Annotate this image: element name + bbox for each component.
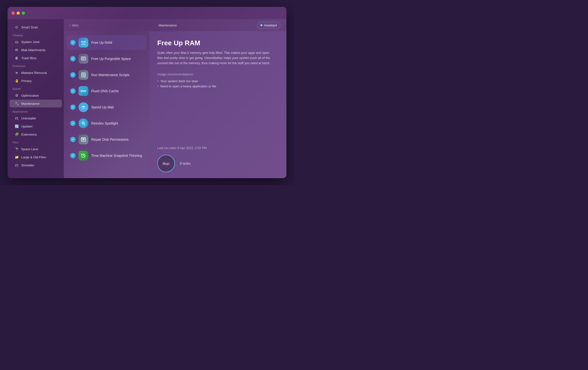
back-arrow-icon[interactable]: ‹ [70,23,71,27]
sidebar-item-uninstaller[interactable]: 🗃 Uninstaller [10,114,62,122]
ram-icon: RAM |||||||| [79,38,88,47]
sidebar-privacy-label: Privacy [21,79,32,83]
sidebar-trash-bins-label: Trash Bins [21,56,36,60]
sidebar-malware-removal-label: Malware Removal [21,71,47,75]
content-header: ‹ Intro Maintenance Assistant [64,19,286,31]
free-up-purgeable-icon-wrapper [79,54,88,64]
sidebar-item-mail-attachments[interactable]: ✉ Mail Attachments [10,46,62,54]
sidebar-updater-label: Updater [21,125,33,128]
time-machine-icon [79,151,88,161]
svg-point-16 [83,139,84,140]
sidebar-section-files: Files [8,139,64,145]
task-check-free-up-ram [70,40,76,45]
reindex-spotlight-icon-wrapper [79,118,88,128]
malware-removal-icon: ☣ [14,70,19,75]
optimization-icon: ⚙ [14,93,19,98]
task-check-flush-dns-cache [70,88,76,94]
task-check-run-maintenance-scripts [70,72,76,78]
sidebar-item-updater[interactable]: 🔄 Updater [10,122,62,130]
traffic-lights [11,12,25,15]
task-label-reindex-spotlight: Reindex Spotlight [91,121,118,125]
run-maintenance-scripts-icon-wrapper [79,70,88,80]
sidebar-section-protection: Protection [8,62,64,69]
dns-icon: DNS [79,86,88,96]
sidebar-section-speed: Speed [8,85,64,91]
sidebar-item-system-junk[interactable]: 🗂 System Junk [10,38,62,46]
task-item-reindex-spotlight[interactable]: Reindex Spotlight [67,116,147,131]
privacy-icon: 🤚 [14,79,19,83]
close-button[interactable] [11,12,15,15]
breadcrumb: ‹ Intro [70,23,79,27]
assistant-dot-icon [260,24,262,26]
svg-point-8 [84,76,85,76]
task-item-speed-up-mail[interactable]: Speed Up Mail [67,100,147,115]
task-item-repair-disk-permissions[interactable]: Repair Disk Permissions [67,132,147,147]
purgeable-icon [79,54,88,64]
sidebar-optimization-label: Optimization [21,94,39,97]
usage-list: Your system feels too slow Need to open … [157,79,279,89]
system-junk-icon: 🗂 [14,40,19,44]
sidebar-item-maintenance[interactable]: 🔧 Maintenance [10,100,62,107]
task-check-speed-up-mail [70,104,76,110]
sidebar-maintenance-label: Maintenance [21,102,39,105]
sidebar-item-malware-removal[interactable]: ☣ Malware Removal [10,69,62,77]
time-machine-snapshot-icon-wrapper [79,151,88,161]
page-title: Maintenance [158,23,177,27]
svg-point-11 [80,120,87,127]
free-up-ram-icon-wrapper: RAM |||||||| [79,38,88,47]
space-lens-icon: 🔭 [14,147,19,151]
spotlight-icon [79,118,88,128]
sidebar-section-cleanup: Cleanup [8,31,64,38]
smart-scan-icon: ⊙ [14,25,19,29]
sidebar-item-trash-bins[interactable]: 🗑 Trash Bins [10,54,62,62]
maximize-button[interactable] [22,12,25,15]
speed-up-mail-icon-wrapper [79,102,88,112]
svg-rect-4 [81,73,85,77]
content-area: ‹ Intro Maintenance Assistant [64,19,286,178]
task-label-flush-dns-cache: Flush DNS Cache [91,89,119,93]
task-label-free-up-ram: Free Up RAM [91,41,112,45]
task-item-free-up-ram[interactable]: RAM |||||||| Free Up RAM [67,35,147,50]
large-old-files-icon: 📁 [14,155,19,159]
detail-description: Quite often your Mac's memory gets fully… [157,50,275,66]
task-item-run-maintenance-scripts[interactable]: Run Maintenance Scripts [67,68,147,82]
task-label-run-maintenance-scripts: Run Maintenance Scripts [91,73,129,77]
usage-recommendations-label: Usage recommendations: [157,72,279,76]
sidebar-section-applications: Applications [8,108,64,114]
sidebar-shredder-label: Shredder [21,163,34,167]
breadcrumb-back-label[interactable]: Intro [72,23,79,27]
task-label-free-up-purgeable: Free Up Purgeable Space [91,57,131,61]
run-button[interactable]: Run [157,155,175,172]
sidebar-item-smart-scan[interactable]: ⊙ Smart Scan [10,23,62,31]
task-list-pane: RAM |||||||| Free Up RAM [64,31,149,178]
sidebar-large-old-files-label: Large & Old Files [21,155,46,159]
trash-bins-icon: 🗑 [14,56,19,60]
sidebar-item-space-lens[interactable]: 🔭 Space Lens [10,145,62,153]
titlebar [8,7,286,19]
sidebar-system-junk-label: System Junk [21,40,39,44]
detail-pane: Free Up RAM Quite often your Mac's memor… [149,31,286,178]
sidebar-item-large-old-files[interactable]: 📁 Large & Old Files [10,153,62,161]
maintenance-icon: 🔧 [14,101,19,106]
repair-disk-permissions-icon-wrapper [79,135,88,144]
task-item-time-machine-snapshot[interactable]: Time Machine Snapshot Thinning [67,148,147,163]
task-item-flush-dns-cache[interactable]: DNS Flush DNS Cache [67,84,147,98]
sidebar-item-privacy[interactable]: 🤚 Privacy [10,77,62,85]
uninstaller-icon: 🗃 [14,116,19,120]
task-label-speed-up-mail: Speed Up Mail [91,105,114,109]
assistant-button[interactable]: Assistant [257,22,281,29]
usage-item-1: Your system feels too slow [157,79,279,84]
task-label-time-machine-snapshot: Time Machine Snapshot Thinning [91,154,142,158]
run-row: Run 8 tasks [157,155,279,172]
scripts-icon [79,70,88,80]
disk-icon [79,135,88,144]
task-item-free-up-purgeable[interactable]: Free Up Purgeable Space [67,51,147,66]
extensions-icon: 🧩 [14,132,19,137]
task-check-free-up-purgeable [70,56,76,61]
sidebar-item-shredder[interactable]: 🗃 Shredder [10,161,62,169]
sidebar-item-optimization[interactable]: ⚙ Optimization [10,92,62,99]
flush-dns-cache-icon-wrapper: DNS [79,86,88,96]
main-window: ⊙ Smart Scan Cleanup 🗂 System Junk ✉ Mai… [8,7,286,178]
minimize-button[interactable] [17,12,20,15]
sidebar-item-extensions[interactable]: 🧩 Extensions [10,130,62,138]
